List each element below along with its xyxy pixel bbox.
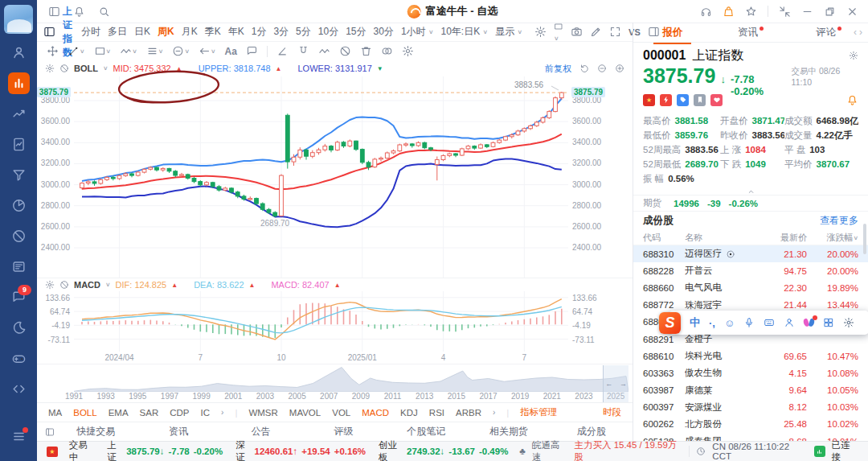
sogou-logo[interactable]: S bbox=[659, 312, 681, 334]
shape-tool[interactable]: ∨ bbox=[94, 45, 112, 57]
window-right-handle[interactable]: → bbox=[620, 380, 627, 388]
sidebar-item-games[interactable] bbox=[0, 343, 37, 373]
draw-settings-gear-icon[interactable] bbox=[402, 45, 414, 57]
ime-voice-mic-icon[interactable] bbox=[743, 317, 755, 328]
tag-icon[interactable] bbox=[677, 94, 689, 106]
ime-emoji-button[interactable]: ☺ bbox=[724, 317, 735, 329]
restore-window-icon[interactable] bbox=[824, 6, 836, 18]
magnet-tool-icon[interactable] bbox=[297, 45, 309, 57]
col-code[interactable]: 代码 bbox=[643, 232, 685, 244]
tabs-layout-icon[interactable] bbox=[45, 427, 55, 437]
more-indicators-chevron[interactable]: › bbox=[221, 408, 223, 417]
sidebar-item-discover[interactable] bbox=[0, 220, 37, 251]
period-30分[interactable]: 30分 bbox=[374, 25, 394, 39]
annotation-tool[interactable]: ∨ bbox=[146, 45, 164, 57]
period-5分[interactable]: 5分 bbox=[296, 25, 311, 39]
chart-style-dropdown[interactable]: ∨ bbox=[554, 21, 563, 43]
period-1hour[interactable]: 1小时 ∨ bbox=[401, 25, 434, 39]
indicator-kdj[interactable]: KDJ bbox=[400, 408, 418, 418]
ime-language-toggle[interactable]: 中 bbox=[690, 315, 700, 330]
adjust-mode-link[interactable]: 前复权 bbox=[545, 63, 571, 75]
close-icon[interactable] bbox=[846, 6, 858, 18]
navigator-selection-window[interactable]: ←→ bbox=[603, 365, 628, 402]
macd-close-icon[interactable] bbox=[59, 280, 69, 290]
futures-row[interactable]: 期货 14996 -39 -0.26% bbox=[633, 195, 868, 212]
indicator-rsi[interactable]: RSI bbox=[429, 408, 444, 418]
search-icon[interactable] bbox=[98, 6, 110, 18]
ime-toolbox-icon[interactable] bbox=[823, 317, 834, 328]
minimize-icon[interactable] bbox=[801, 6, 813, 18]
favorite-heart-icon[interactable] bbox=[710, 94, 723, 106]
session-link[interactable]: 时段 bbox=[603, 406, 633, 418]
text-tool[interactable]: Aa bbox=[225, 46, 237, 57]
indicator-manage-link[interactable]: 指标管理 bbox=[520, 406, 557, 418]
period-3分[interactable]: 3分 bbox=[273, 25, 289, 39]
sidebar-item-account[interactable] bbox=[0, 37, 37, 68]
navigator-area[interactable] bbox=[74, 365, 628, 392]
period-多日[interactable]: 多日 bbox=[108, 25, 127, 39]
ime-account-icon[interactable] bbox=[784, 317, 795, 328]
scrollbar-thumb[interactable] bbox=[863, 224, 866, 254]
bottom-tab-成分股[interactable]: 成分股 bbox=[550, 425, 633, 438]
indicator-cdp[interactable]: CDP bbox=[170, 408, 189, 418]
indicator-ema[interactable]: EMA bbox=[108, 408, 129, 418]
workspace-layout-icon[interactable] bbox=[48, 6, 60, 18]
period-分时[interactable]: 分时 bbox=[81, 25, 100, 39]
sidebar-item-trade[interactable] bbox=[0, 129, 37, 159]
period-10分[interactable]: 10分 bbox=[318, 25, 338, 39]
move-tool-icon[interactable] bbox=[47, 45, 59, 57]
table-row[interactable]: 688660电气风电22.3019.89% bbox=[633, 279, 868, 296]
boll-indicator-name[interactable]: BOLL bbox=[74, 64, 98, 73]
zoom-in-icon[interactable] bbox=[615, 64, 624, 73]
tab-quote[interactable]: 报价 bbox=[633, 26, 711, 39]
display-dropdown[interactable]: 显示 ∨ bbox=[495, 25, 522, 39]
undo-icon[interactable] bbox=[579, 64, 589, 73]
col-price[interactable]: 最新价 bbox=[757, 232, 807, 244]
ime-punctuation-toggle[interactable]: ·, bbox=[709, 317, 715, 329]
indicator-ma[interactable]: MA bbox=[48, 408, 62, 418]
shop-bag-icon[interactable] bbox=[723, 6, 735, 18]
table-row[interactable]: 603363傲农生物4.1510.08% bbox=[633, 364, 868, 381]
sidebar-item-developer[interactable] bbox=[0, 373, 37, 404]
price-alert-bell-icon[interactable] bbox=[846, 94, 858, 106]
macd-indicator-name[interactable]: MACD bbox=[74, 280, 100, 290]
notifications-bell-icon[interactable] bbox=[73, 6, 85, 18]
sidebar-item-markets[interactable] bbox=[0, 98, 37, 129]
col-change-sort[interactable]: 涨跌幅∨ bbox=[807, 232, 858, 244]
ticker-stock-name[interactable]: 皖通高速 bbox=[532, 439, 568, 461]
fullscreen-icon[interactable] bbox=[609, 26, 621, 38]
zoom-out-icon[interactable] bbox=[597, 64, 607, 73]
macd-plot-area[interactable] bbox=[74, 291, 568, 352]
period-10year-daily[interactable]: 10年:日K ∨ bbox=[441, 25, 489, 39]
lightning-icon[interactable] bbox=[660, 94, 672, 106]
bottom-tab-相关期货[interactable]: 相关期货 bbox=[468, 425, 551, 438]
panel-history-arrows[interactable]: ‹› bbox=[854, 27, 865, 38]
sidebar-item-quotes[interactable] bbox=[0, 68, 37, 98]
chart-settings-gear-icon[interactable] bbox=[534, 26, 547, 38]
table-row[interactable]: 600397安源煤业8.1210.03% bbox=[633, 399, 868, 416]
collapse-stats-chevron[interactable] bbox=[633, 186, 868, 195]
kline-plot-area[interactable]: 3883.562689.70 bbox=[74, 76, 568, 278]
bottom-tab-公告[interactable]: 公告 bbox=[219, 425, 302, 438]
macd-settings-gear-icon[interactable] bbox=[45, 280, 55, 290]
table-row[interactable]: 688610埃科光电69.6510.47% bbox=[633, 348, 868, 364]
ime-keyboard-icon[interactable] bbox=[764, 317, 775, 328]
history-navigator[interactable]: 1991199319951997199920012003200520072009… bbox=[37, 364, 633, 403]
period-日K[interactable]: 日K bbox=[134, 25, 150, 39]
indicator-arbr[interactable]: ARBR bbox=[456, 408, 481, 418]
comment-tool-icon[interactable] bbox=[246, 45, 258, 57]
view-more-link[interactable]: 查看更多 bbox=[820, 214, 858, 228]
trendline-tool[interactable]: ∨ bbox=[68, 45, 85, 57]
indicator-ic[interactable]: IC bbox=[201, 408, 211, 418]
period-1分[interactable]: 1分 bbox=[252, 25, 267, 39]
tab-news[interactable]: 资讯 bbox=[711, 26, 789, 39]
ime-skin-butterfly-icon[interactable] bbox=[804, 318, 814, 327]
indicator-wmsr[interactable]: WMSR bbox=[248, 408, 277, 418]
sidebar-item-more-menu[interactable] bbox=[0, 421, 37, 451]
period-15分[interactable]: 15分 bbox=[346, 25, 366, 39]
rewards-star-icon[interactable] bbox=[745, 6, 757, 18]
quote-settings-gear-icon[interactable] bbox=[849, 51, 858, 60]
bottom-tab-资讯[interactable]: 资讯 bbox=[137, 425, 220, 438]
period-年K[interactable]: 年K bbox=[228, 25, 244, 39]
indicator-vol[interactable]: VOL bbox=[332, 408, 350, 418]
